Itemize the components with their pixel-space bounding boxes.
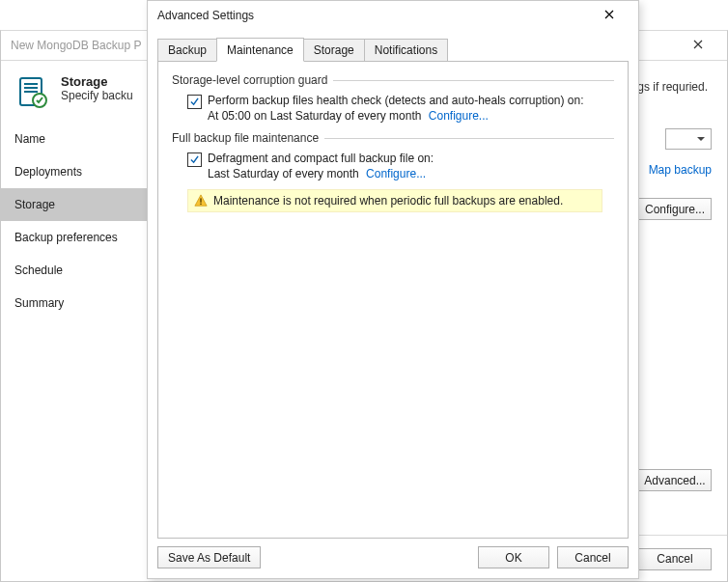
defragment-label: Defragment and compact full backup file … (208, 151, 434, 166)
map-backup-link[interactable]: Map backup (649, 163, 712, 177)
health-check-schedule: At 05:00 on Last Saturday of every month (208, 109, 421, 123)
nav-item-backup-preferences[interactable]: Backup preferences (1, 221, 151, 254)
tab-strip: Backup Maintenance Storage Notifications (157, 38, 629, 62)
health-check-configure-link[interactable]: Configure... (429, 109, 489, 123)
advanced-button[interactable]: Advanced... (638, 469, 712, 491)
maintenance-notice-text: Maintenance is not required when periodi… (213, 194, 563, 208)
tab-backup[interactable]: Backup (157, 39, 217, 62)
dialog-title: Advanced Settings (157, 9, 590, 22)
defragment-schedule: Last Saturday of every month (208, 167, 359, 180)
tab-notifications[interactable]: Notifications (364, 39, 448, 62)
dialog-footer: Save As Default OK Cancel (157, 539, 629, 568)
maintenance-notice: Maintenance is not required when periodi… (187, 189, 602, 212)
health-check-checkbox[interactable] (187, 95, 202, 109)
dialog-titlebar: Advanced Settings (148, 1, 638, 30)
nav-item-name[interactable]: Name (1, 123, 151, 155)
repository-dropdown[interactable] (665, 128, 712, 150)
wizard-nav: Name Deployments Storage Backup preferen… (1, 123, 151, 319)
page-subtitle: Specify backu (61, 89, 133, 102)
nav-item-summary[interactable]: Summary (1, 287, 151, 319)
chevron-down-icon (697, 137, 705, 141)
warning-icon (194, 194, 208, 208)
wizard-sidebar: Storage Specify backu Name Deployments S… (1, 61, 151, 582)
ok-button[interactable]: OK (478, 546, 549, 568)
defragment-configure-link[interactable]: Configure... (366, 167, 426, 180)
save-as-default-button[interactable]: Save As Default (157, 546, 261, 568)
close-icon[interactable] (679, 31, 717, 60)
health-check-label: Perform backup files health check (detec… (208, 93, 584, 108)
tab-storage[interactable]: Storage (303, 39, 365, 62)
storage-icon (16, 74, 51, 109)
group-full-backup-maintenance: Full backup file maintenance (172, 131, 614, 145)
svg-rect-6 (200, 204, 201, 205)
nav-item-deployments[interactable]: Deployments (1, 155, 151, 188)
tab-maintenance[interactable]: Maintenance (216, 38, 304, 62)
svg-rect-5 (200, 198, 201, 202)
group-corruption-guard: Storage-level corruption guard (172, 73, 614, 87)
truncated-text: gs if requried. (637, 80, 708, 94)
configure-button[interactable]: Configure... (638, 198, 712, 220)
cancel-button[interactable]: Cancel (638, 548, 712, 570)
tab-panel-maintenance: Storage-level corruption guard Perform b… (157, 61, 629, 539)
defragment-checkbox[interactable] (187, 152, 202, 167)
wizard-header: Storage Specify backu (1, 61, 151, 119)
nav-item-storage[interactable]: Storage (1, 188, 151, 221)
page-title: Storage (61, 74, 133, 89)
cancel-button[interactable]: Cancel (557, 546, 629, 568)
close-icon[interactable] (590, 1, 629, 30)
nav-item-schedule[interactable]: Schedule (1, 254, 151, 287)
advanced-settings-dialog: Advanced Settings Backup Maintenance Sto… (147, 0, 639, 579)
